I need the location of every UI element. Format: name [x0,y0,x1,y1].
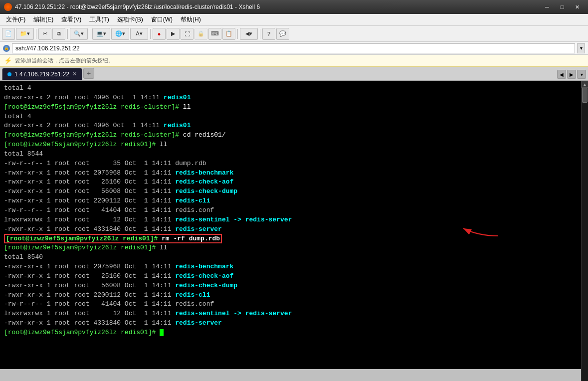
tb-open-button[interactable]: 📁▾ [16,28,34,40]
tb-help-button[interactable]: ? [262,28,275,40]
toolbar: 📄 📁▾ ✂ ⧉ 🔍▾ 💻▾ 🌐▾ A▾ ● ▶ ⛶ 🔒 ⌨ 📋 ◀▾ ? 💬 [0,26,588,42]
tab-menu-button[interactable]: ▾ [577,70,586,79]
terminal-line: lrwxrwxrwx 1 root root 12 Oct 1 14:11 re… [4,215,577,225]
title-bar: 47.106.219.251:22 - root@izwz9ef5sjam9pv… [0,0,588,14]
terminal-line: -rwxr-xr-x 1 root root 25160 Oct 1 14:11… [4,178,577,187]
terminal-line: drwxr-xr-x 2 root root 4096 Oct 1 14:11 … [4,93,577,103]
terminal-line: total 4 [4,112,577,122]
menu-view[interactable]: 查看(V) [57,14,85,25]
menu-edit[interactable]: 编辑(E) [29,14,57,25]
new-tab-button[interactable]: + [83,68,94,79]
info-bar: ⚡ 要添加当前会话，点击左侧的箭头按钮。 [0,55,588,67]
terminal-line: -rwxr-xr-x 1 root root 2200112 Oct 1 14:… [4,196,577,206]
menu-file[interactable]: 文件(F) [2,14,29,25]
window-title: 47.106.219.251:22 - root@izwz9ef5sjam9pv… [15,3,540,10]
app-icon [4,3,12,11]
terminal-line: -rwxr-xr-x 1 root root 25160 Oct 1 14:11… [4,272,577,281]
tb-fullscreen-button[interactable]: ⛶ [181,28,194,40]
tb-arrow-left[interactable]: ◀▾ [240,28,258,40]
tb-local-button[interactable]: 💻▾ [92,28,110,40]
tb-chat-button[interactable]: 💬 [276,28,289,40]
menu-tools[interactable]: 工具(T) [85,14,113,25]
tb-separator-1 [36,29,36,39]
info-text: 要添加当前会话，点击左侧的箭头按钮。 [15,57,114,64]
tb-copy-button[interactable]: ⧉ [52,28,65,40]
tab-0[interactable]: 1 47.106.219.251:22 ✕ [2,68,82,80]
terminal-line: -rwxr-xr-x 1 root root 2200112 Oct 1 14:… [4,291,577,300]
terminal-line: -rwxr-xr-x 1 root root 56008 Oct 1 14:11… [4,187,577,196]
tb-red-button[interactable]: ● [153,28,166,40]
address-bar: 🔒 ▾ [0,42,588,55]
tb-play-button[interactable]: ▶ [167,28,180,40]
terminal-line: -rwxr-xr-x 1 root root 4331840 Oct 1 14:… [4,319,577,328]
terminal-line: -rwxr-xr-x 1 root root 2075968 Oct 1 14:… [4,169,577,178]
terminal-line: [root@izwz9ef5sjam9pvfyiz26lz redis01]# … [4,243,577,253]
tb-zoom-button[interactable]: 🔍▾ [70,28,88,40]
terminal-line: [root@izwz9ef5sjam9pvfyiz26lz redis01]# [4,328,577,338]
tb-cut-button[interactable]: ✂ [38,28,51,40]
scroll-thumb[interactable] [582,88,588,103]
scroll-up-button[interactable]: ▲ [582,81,588,88]
tab-prev-button[interactable]: ◀ [557,70,566,79]
terminal-line: lrwxrwxrwx 1 root root 12 Oct 1 14:11 re… [4,309,577,319]
terminal-line: -rw-r--r-- 1 root root 35 Oct 1 14:11 du… [4,159,577,169]
tab-next-button[interactable]: ▶ [567,70,576,79]
tb-separator-6 [260,29,260,39]
tb-lock-button[interactable]: 🔒 [195,28,207,40]
tb-font-button[interactable]: A▾ [130,28,148,40]
menu-tabs[interactable]: 选项卡(B) [113,14,147,25]
terminal-wrapper: total 4drwxr-xr-x 2 root root 4096 Oct 1… [0,81,588,381]
terminal[interactable]: total 4drwxr-xr-x 2 root root 4096 Oct 1… [0,81,581,369]
tab-bar: 1 47.106.219.251:22 ✕ + ◀ ▶ ▾ [0,67,588,81]
minimize-button[interactable]: ─ [540,2,554,12]
menu-bar: 文件(F) 编辑(E) 查看(V) 工具(T) 选项卡(B) 窗口(W) 帮助(… [0,14,588,26]
window-controls: ─ □ ✕ [540,2,584,12]
tb-script-button[interactable]: 📋 [222,28,235,40]
maximize-button[interactable]: □ [555,2,569,12]
terminal-line: total 8540 [4,253,577,262]
tb-new-button[interactable]: 📄 [2,28,15,40]
tb-separator-3 [90,29,90,39]
terminal-line: -rw-r--r-- 1 root root 41404 Oct 1 14:11… [4,300,577,309]
terminal-line: -rw-r--r-- 1 root root 41404 Oct 1 14:11… [4,206,577,215]
terminal-line: -rwxr-xr-x 1 root root 56008 Oct 1 14:11… [4,281,577,291]
terminal-line: [root@izwz9ef5sjam9pvfyiz26lz redis-clus… [4,131,577,140]
tab-close-icon[interactable]: ✕ [72,71,77,77]
terminal-content: total 4drwxr-xr-x 2 root root 4096 Oct 1… [4,84,577,338]
tab-nav: ◀ ▶ ▾ [557,70,586,79]
terminal-line: [root@izwz9ef5sjam9pvfyiz26lz redis-clus… [4,103,577,112]
terminal-line: -rwxr-xr-x 1 root root 2075968 Oct 1 14:… [4,262,577,272]
menu-window[interactable]: 窗口(W) [147,14,177,25]
terminal-line: total 4 [4,84,577,93]
terminal-line: -rwxr-xr-x 1 root root 4331840 Oct 1 14:… [4,225,577,234]
addr-dropdown[interactable]: ▾ [577,43,585,53]
terminal-line: drwxr-xr-x 2 root root 4096 Oct 1 14:11 … [4,121,577,131]
address-input[interactable] [12,43,575,53]
close-button[interactable]: ✕ [570,2,584,12]
terminal-line: [root@izwz9ef5sjam9pvfyiz26lz redis01]# … [4,140,577,150]
tab-indicator [7,72,11,76]
terminal-line: [root@izwz9ef5sjam9pvfyiz26lz redis01]# … [4,234,577,244]
terminal-line: total 8544 [4,150,577,159]
info-icon: ⚡ [4,57,12,64]
addr-lock-icon: 🔒 [3,45,10,52]
tab-label: 1 47.106.219.251:22 [14,71,69,78]
menu-help[interactable]: 帮助(H) [177,14,205,25]
tb-separator-2 [67,29,68,39]
tb-keyboard-button[interactable]: ⌨ [208,28,221,40]
tb-separator-5 [237,29,238,39]
scroll-track[interactable] [582,88,588,381]
scrollbar[interactable]: ▲ ▼ [581,81,588,381]
tb-network-button[interactable]: 🌐▾ [111,28,129,40]
tb-separator-4 [150,29,151,39]
